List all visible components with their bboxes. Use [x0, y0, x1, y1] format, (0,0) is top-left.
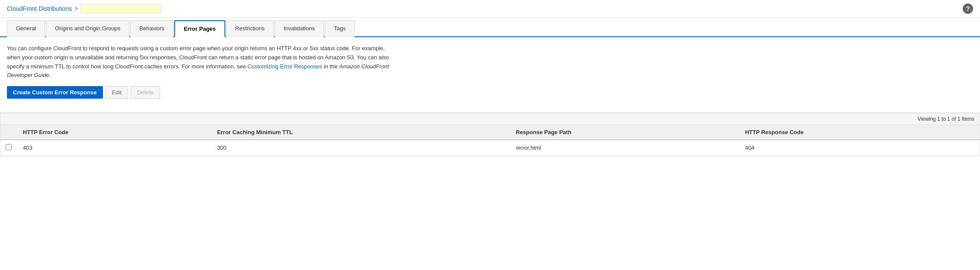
main-content: You can configure CloudFront to respond …	[0, 37, 980, 113]
tab-invalidations[interactable]: Invalidations	[275, 20, 324, 37]
table-section: Viewing 1 to 1 of 1 Items HTTP Error Cod…	[0, 113, 980, 156]
create-custom-error-response-button[interactable]: Create Custom Error Response	[7, 86, 103, 99]
tab-error-pages[interactable]: Error Pages	[174, 20, 225, 37]
tab-behaviors[interactable]: Behaviors	[130, 20, 173, 37]
customizing-error-responses-link[interactable]: Customizing Error Responses	[247, 63, 322, 70]
row-checkbox-cell	[0, 140, 18, 156]
tab-tags[interactable]: Tags	[325, 20, 355, 37]
edit-button[interactable]: Edit	[106, 86, 128, 99]
description-text-part2: in the	[322, 63, 339, 70]
help-icon[interactable]: ?	[963, 3, 973, 14]
table-row: 403 300 /error.html 404	[0, 140, 980, 156]
description-text: You can configure CloudFront to respond …	[7, 44, 396, 80]
http-error-code-header: HTTP Error Code	[18, 125, 212, 140]
error-caching-ttl-header: Error Caching Minimum TTL	[212, 125, 511, 140]
viewing-count-text: Viewing 1 to 1 of 1 Items	[918, 116, 974, 122]
tabs-container: General Origins and Origin Groups Behavi…	[0, 19, 980, 37]
top-bar: CloudFront Distributions > ?	[0, 0, 980, 18]
breadcrumb-current-input[interactable]	[80, 4, 161, 13]
row-response-page-path: /error.html	[511, 140, 740, 156]
row-error-caching-ttl: 300	[212, 140, 511, 156]
description-text-part3: .	[49, 72, 51, 78]
breadcrumb: CloudFront Distributions >	[7, 4, 161, 13]
breadcrumb-separator: >	[74, 5, 78, 12]
action-bar: Create Custom Error Response Edit Delete	[7, 86, 973, 99]
tab-general[interactable]: General	[7, 20, 45, 37]
row-checkbox[interactable]	[6, 144, 12, 150]
breadcrumb-distributions-link[interactable]: CloudFront Distributions	[7, 5, 72, 12]
checkbox-column-header	[0, 125, 18, 140]
tab-restrictions[interactable]: Restrictions	[226, 20, 274, 37]
error-pages-table: HTTP Error Code Error Caching Minimum TT…	[0, 125, 980, 156]
row-http-response-code: 404	[740, 140, 980, 156]
table-header-row: HTTP Error Code Error Caching Minimum TT…	[0, 125, 980, 140]
table-header-bar: Viewing 1 to 1 of 1 Items	[0, 113, 980, 125]
tab-origins[interactable]: Origins and Origin Groups	[46, 20, 129, 37]
delete-button[interactable]: Delete	[131, 86, 160, 99]
response-page-path-header: Response Page Path	[511, 125, 740, 140]
http-response-code-header: HTTP Response Code	[740, 125, 980, 140]
row-http-error-code: 403	[18, 140, 212, 156]
